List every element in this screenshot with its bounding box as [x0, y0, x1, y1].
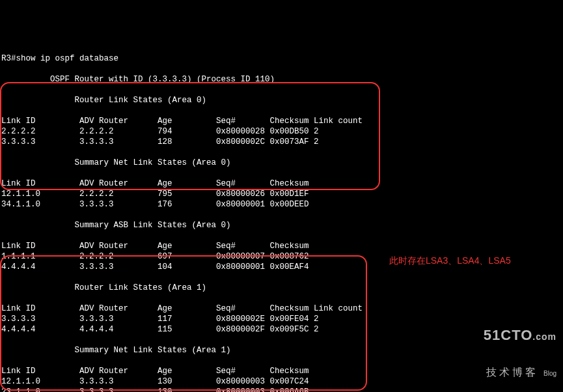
column-headers: Link ID ADV Router Age Seq# Checksum Lin…	[1, 117, 363, 126]
blank-line	[1, 169, 7, 178]
blank-line	[1, 231, 7, 240]
blank-line	[1, 85, 7, 94]
table-row: 23.1.1.0 3.3.3.3 130 0x80000003 0x006A6B	[1, 387, 309, 392]
section-router-link-states-area1: Router Link States (Area 1)	[1, 283, 206, 292]
blank-line	[1, 64, 7, 74]
section-summary-net-link-states-area1: Summary Net Link States (Area 1)	[1, 346, 231, 355]
blank-line	[1, 210, 7, 219]
blank-line	[1, 335, 7, 344]
table-row: 1.1.1.1 2.2.2.2 697 0x80000007 0x008762	[1, 252, 309, 261]
section-summary-net-link-states-area0: Summary Net Link States (Area 0)	[1, 158, 231, 167]
table-row: 3.3.3.3 3.3.3.3 128 0x8000002C 0x0073AF …	[1, 137, 319, 147]
table-row: 34.1.1.0 3.3.3.3 176 0x80000001 0x00DEED	[1, 200, 309, 209]
watermark-sub: 技术博客	[486, 367, 538, 378]
ospf-header: OSPF Router with ID (3.3.3.3) (Process I…	[1, 75, 275, 84]
watermark: 51CTO.com 技术博客 Blog	[484, 305, 556, 389]
blank-line	[1, 294, 7, 303]
column-headers: Link ID ADV Router Age Seq# Checksum	[1, 179, 309, 188]
terminal-output: R3#show ip ospf database OSPF Router wit…	[0, 42, 563, 392]
column-headers: Link ID ADV Router Age Seq# Checksum	[1, 367, 309, 376]
command: show ip ospf database	[16, 54, 119, 63]
watermark-tag: Blog	[543, 370, 556, 377]
blank-line	[1, 106, 7, 115]
table-row: 12.1.1.0 3.3.3.3 130 0x80000003 0x007C24	[1, 377, 309, 386]
annotation-lsa: 此时存在LSA3、LSA4、LSA5	[389, 255, 511, 267]
table-row: 3.3.3.3 3.3.3.3 117 0x8000002E 0x00FE04 …	[1, 315, 319, 324]
table-row: 2.2.2.2 2.2.2.2 794 0x80000028 0x00DB50 …	[1, 127, 319, 136]
section-summary-asb-link-states-area0: Summary ASB Link States (Area 0)	[1, 221, 231, 230]
table-row: 4.4.4.4 4.4.4.4 115 0x8000002F 0x009F5C …	[1, 325, 319, 334]
column-headers: Link ID ADV Router Age Seq# Checksum	[1, 242, 309, 251]
section-router-link-states-area0: Router Link States (Area 0)	[1, 96, 206, 105]
watermark-brand: 51CTO	[484, 327, 533, 343]
blank-line	[1, 356, 7, 365]
column-headers: Link ID ADV Router Age Seq# Checksum Lin…	[1, 304, 363, 313]
table-row: 4.4.4.4 3.3.3.3 104 0x80000001 0x00EAF4	[1, 262, 309, 272]
prompt: R3#	[1, 54, 16, 63]
blank-line	[1, 148, 7, 157]
watermark-com: .com	[532, 331, 556, 342]
blank-line	[1, 273, 7, 282]
table-row: 12.1.1.0 2.2.2.2 795 0x80000026 0x00D1EF	[1, 189, 309, 199]
